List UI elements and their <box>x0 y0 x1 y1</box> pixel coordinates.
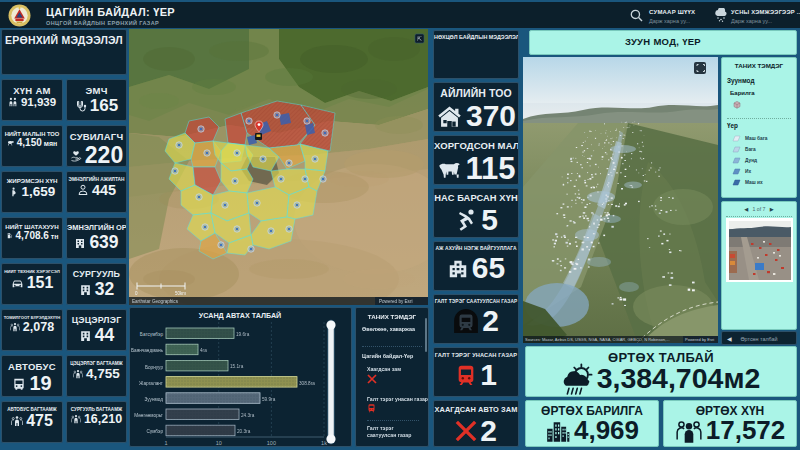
svg-text:10: 10 <box>216 440 222 446</box>
svg-text:50km: 50km <box>175 291 186 296</box>
svg-text:Sources: Maxar, Airbus DS, USG: Sources: Maxar, Airbus DS, USGS, NGA, NA… <box>525 337 670 342</box>
svg-text:Сүмбэр: Сүмбэр <box>146 429 163 434</box>
svg-text:Жаргалант: Жаргалант <box>139 381 164 386</box>
svg-text:100: 100 <box>267 440 276 446</box>
svg-text:20.3га: 20.3га <box>237 429 251 434</box>
svg-text:Earthstar Geographics: Earthstar Geographics <box>132 299 179 304</box>
svg-text:УСАНД АВТАХ ТАЛБАЙ: УСАНД АВТАХ ТАЛБАЙ <box>199 311 282 320</box>
svg-text:19.6га: 19.6га <box>236 332 250 337</box>
svg-text:⇱: ⇱ <box>417 36 422 42</box>
svg-text:Батсүмбэр: Батсүмбэр <box>140 332 164 337</box>
svg-text:Баянчандмань: Баянчандмань <box>131 348 164 353</box>
svg-text:Зуунмод: Зуунмод <box>144 397 163 402</box>
svg-text:24.3га: 24.3га <box>241 413 255 418</box>
svg-text:4га: 4га <box>200 348 207 353</box>
svg-text:Борнуур: Борнуур <box>145 365 164 370</box>
svg-text:Powered by Esri: Powered by Esri <box>379 299 412 304</box>
svg-text:Powered by Esri: Powered by Esri <box>685 337 714 342</box>
svg-text:59.9га: 59.9га <box>262 397 276 402</box>
svg-text:308.8га: 308.8га <box>299 381 315 386</box>
svg-text:Мөнгөнморьт: Мөнгөнморьт <box>134 413 164 418</box>
svg-text:1: 1 <box>164 440 167 446</box>
svg-text:1k: 1k <box>321 440 327 446</box>
svg-text:15.1га: 15.1га <box>230 364 244 369</box>
